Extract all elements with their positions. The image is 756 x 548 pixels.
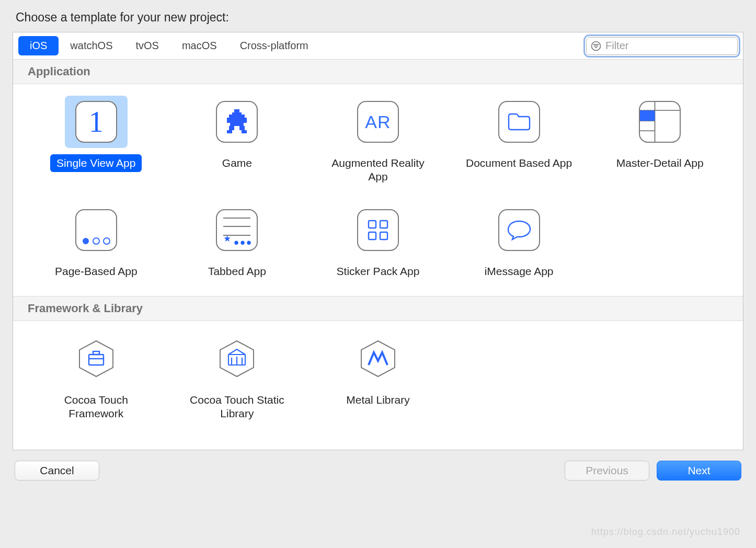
template-master-detail-app[interactable]: Master-Detail App	[589, 94, 730, 186]
template-metal-library[interactable]: Metal Library	[307, 330, 449, 423]
svg-rect-9	[242, 130, 247, 133]
filter-input[interactable]	[605, 40, 733, 52]
dialog-footer: Cancel Previous Next	[13, 450, 743, 481]
svg-rect-21	[380, 232, 387, 239]
template-label: Tabbed App	[202, 262, 272, 280]
platform-tabbar: iOS watchOS tvOS macOS Cross-platform	[13, 32, 743, 60]
template-game[interactable]: Game	[167, 94, 308, 186]
tab-cross-platform[interactable]: Cross-platform	[228, 36, 320, 55]
section-header-framework: Framework & Library	[13, 296, 743, 321]
template-sticker-pack-app[interactable]: Sticker Pack App	[307, 202, 449, 280]
svg-rect-3	[229, 115, 245, 118]
template-cocoa-touch-static-library[interactable]: Cocoa Touch Static Library	[167, 330, 308, 423]
single-view-icon: 1	[75, 101, 117, 143]
template-document-app[interactable]: Document Based App	[449, 94, 590, 186]
section-body-application: 1 Single View App	[13, 84, 743, 296]
svg-rect-2	[232, 112, 242, 115]
template-label: Sticker Pack App	[330, 262, 426, 280]
section-header-application: Application	[13, 60, 743, 84]
svg-rect-19	[380, 221, 387, 228]
template-tabbed-app[interactable]: ★ ••• Tabbed App	[167, 202, 308, 280]
static-library-icon	[216, 338, 258, 380]
svg-point-15	[83, 238, 89, 244]
imessage-icon	[498, 209, 540, 251]
template-imessage-app[interactable]: iMessage App	[449, 202, 590, 280]
template-cocoa-touch-framework[interactable]: Cocoa Touch Framework	[26, 330, 167, 423]
template-page-based-app[interactable]: Page-Based App	[26, 202, 167, 280]
next-button[interactable]: Next	[657, 461, 741, 481]
game-icon	[216, 101, 258, 143]
svg-rect-14	[640, 110, 655, 121]
svg-rect-7	[239, 126, 245, 130]
template-label: Page-Based App	[49, 262, 144, 280]
template-panel: iOS watchOS tvOS macOS Cross-platform Ap…	[13, 32, 743, 450]
svg-rect-8	[227, 130, 232, 133]
svg-rect-6	[229, 126, 234, 130]
template-label: Game	[216, 154, 258, 172]
template-label: Augmented Reality App	[318, 154, 438, 186]
template-label: Document Based App	[460, 154, 578, 172]
template-label: Master-Detail App	[610, 154, 710, 172]
svg-rect-1	[234, 109, 239, 112]
template-label: Metal Library	[340, 391, 416, 409]
svg-rect-20	[369, 232, 376, 239]
template-label: Single View App	[50, 154, 142, 172]
template-ar-app[interactable]: AR Augmented Reality App	[307, 94, 449, 186]
tab-tvos[interactable]: tvOS	[124, 36, 170, 55]
dialog-title: Choose a template for your new project:	[13, 0, 743, 32]
template-single-view-app[interactable]: 1 Single View App	[26, 94, 167, 186]
template-label: Cocoa Touch Framework	[36, 391, 156, 423]
master-detail-icon	[639, 101, 681, 143]
sticker-icon	[357, 209, 399, 251]
svg-point-16	[93, 238, 99, 244]
metal-icon	[357, 338, 399, 380]
tab-watchos[interactable]: watchOS	[59, 36, 124, 55]
template-label: iMessage App	[478, 262, 560, 280]
cancel-button[interactable]: Cancel	[15, 461, 99, 481]
svg-rect-4	[227, 118, 247, 123]
svg-rect-24	[93, 351, 99, 355]
filter-field[interactable]	[586, 37, 738, 55]
previous-button: Previous	[565, 461, 649, 481]
framework-icon	[75, 338, 117, 380]
svg-point-17	[104, 238, 110, 244]
section-body-framework: Cocoa Touch Framework Cocoa Touch Static…	[13, 321, 743, 439]
svg-rect-18	[369, 221, 376, 228]
svg-rect-5	[230, 123, 244, 126]
tab-macos[interactable]: macOS	[170, 36, 228, 55]
page-based-icon	[75, 209, 117, 251]
tab-ios[interactable]: iOS	[18, 36, 59, 55]
filter-icon	[591, 41, 601, 51]
template-label: Cocoa Touch Static Library	[177, 391, 297, 423]
tabbed-icon: ★ •••	[216, 209, 258, 251]
svg-rect-23	[89, 355, 104, 365]
document-icon	[498, 101, 540, 143]
ar-icon: AR	[357, 101, 399, 143]
